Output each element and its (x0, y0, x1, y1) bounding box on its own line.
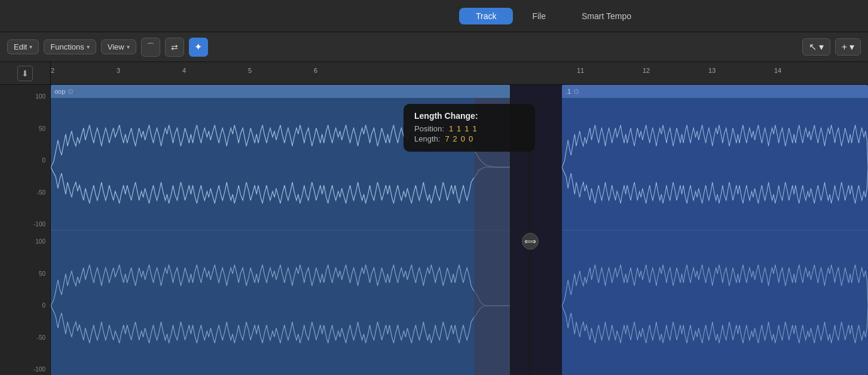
edit-button[interactable]: Edit ▾ (7, 39, 39, 54)
tooltip-pos-val-2: 1 (457, 124, 461, 133)
channel-divider-right (562, 230, 868, 230)
tab-file[interactable]: File (515, 8, 563, 24)
arrow-icon: ↖ (809, 41, 817, 53)
add-chevron: ▾ (849, 41, 854, 53)
loop-icon-button[interactable]: ⇄ (165, 38, 184, 57)
channel-divider-left (51, 230, 510, 230)
curve-icon-button[interactable]: ⌒ (141, 38, 160, 57)
timeline-ruler: 2 3 4 5 6 11 12 13 14 (51, 62, 868, 85)
tooltip-len-val-4: 0 (469, 134, 473, 143)
tooltip-position-row: Position: 1 1 1 1 (414, 124, 524, 133)
tab-smart-tempo[interactable]: Smart Tempo (565, 8, 648, 24)
edit-label: Edit (14, 42, 27, 51)
amp-50-bottom: -50 (37, 189, 45, 195)
audio-region-right[interactable]: .1 ⊙ (562, 85, 868, 375)
region-loop-icon-right: ⊙ (573, 87, 579, 96)
top-bar: Track File Smart Tempo (0, 0, 868, 32)
view-button[interactable]: View ▾ (101, 39, 136, 54)
amp-100-top: 100 (35, 93, 45, 100)
arrow-button[interactable]: ↖ ▾ (802, 38, 830, 56)
waveform-bottom-right (562, 236, 868, 375)
tick-13: 13 (708, 67, 716, 74)
region-loop-icon-left: ⊙ (68, 87, 74, 96)
arrow-chevron: ▾ (819, 41, 824, 53)
region-header-left: oop ⊙ (51, 85, 510, 98)
top-tabs: Track File Smart Tempo (459, 8, 648, 24)
functions-chevron: ▾ (87, 44, 90, 50)
tick-5: 5 (248, 67, 252, 74)
functions-label: Functions (50, 42, 84, 51)
download-icon[interactable]: ⬇ (17, 66, 33, 81)
pencil-icon-button[interactable]: ✦ (189, 38, 208, 57)
amp-0-center: 0 (42, 157, 45, 164)
add-button[interactable]: + ▾ (835, 38, 861, 56)
view-chevron: ▾ (127, 44, 130, 50)
tooltip-position-values: 1 1 1 1 (449, 124, 477, 133)
tick-2: 2 (51, 67, 54, 74)
tick-4: 4 (182, 67, 186, 74)
waveform-top-right (562, 98, 868, 236)
tooltip-pos-val-4: 1 (473, 124, 477, 133)
amp-50-top-b: 50 (39, 270, 45, 276)
tooltip-pos-val-3: 1 (464, 124, 469, 133)
tooltip-title: Length Change: (414, 111, 524, 121)
tick-14: 14 (774, 67, 781, 74)
tooltip-len-val-3: 0 (461, 134, 465, 143)
tooltip-len-val-1: 7 (445, 134, 449, 143)
amp-100-top-b: 100 (35, 238, 45, 245)
toolbar-right: ↖ ▾ + ▾ (802, 38, 861, 56)
tooltip-length-label: Length: (414, 134, 440, 143)
amp-0-center-b: 0 (42, 302, 45, 309)
waveform-bottom-left (51, 236, 510, 375)
region-header-right: .1 ⊙ (562, 85, 868, 98)
add-icon: + (842, 42, 847, 53)
region-label-right: .1 (566, 88, 571, 95)
region-label-left: oop (54, 88, 65, 95)
tooltip: Length Change: Position: 1 1 1 1 Length:… (404, 104, 535, 152)
tick-12: 12 (643, 67, 650, 74)
resize-icon: ⟺ (522, 233, 539, 250)
tooltip-pos-val-1: 1 (449, 124, 453, 133)
tooltip-position-label: Position: (414, 124, 444, 133)
tick-11: 11 (577, 67, 584, 74)
amp-100-bottom-b: -100 (33, 366, 45, 373)
main-area: ⬇ 100 50 0 -50 -100 100 50 0 -50 -100 2 … (0, 62, 868, 375)
left-col: ⬇ 100 50 0 -50 -100 100 50 0 -50 -100 (0, 62, 51, 375)
tooltip-length-values: 7 2 0 0 (445, 134, 473, 143)
tick-6: 6 (314, 67, 317, 74)
functions-button[interactable]: Functions ▾ (44, 39, 96, 54)
tab-track[interactable]: Track (459, 8, 513, 24)
tick-3: 3 (117, 67, 120, 74)
amp-50-bottom-b: -50 (37, 334, 45, 340)
amp-100-bottom: -100 (33, 221, 45, 228)
ruler-corner: ⬇ (0, 62, 50, 85)
edit-chevron: ▾ (29, 44, 32, 50)
content-area: 2 3 4 5 6 11 12 13 14 (51, 62, 868, 375)
tooltip-length-row: Length: 7 2 0 0 (414, 134, 524, 143)
toolbar: Edit ▾ Functions ▾ View ▾ ⌒ ⇄ ✦ ↖ ▾ + ▾ (0, 32, 868, 62)
amp-50-top: 50 (39, 125, 45, 131)
tooltip-len-val-2: 2 (453, 134, 457, 143)
view-label: View (108, 42, 124, 51)
amplitude-labels: 100 50 0 -50 -100 100 50 0 -50 -100 (0, 85, 50, 375)
